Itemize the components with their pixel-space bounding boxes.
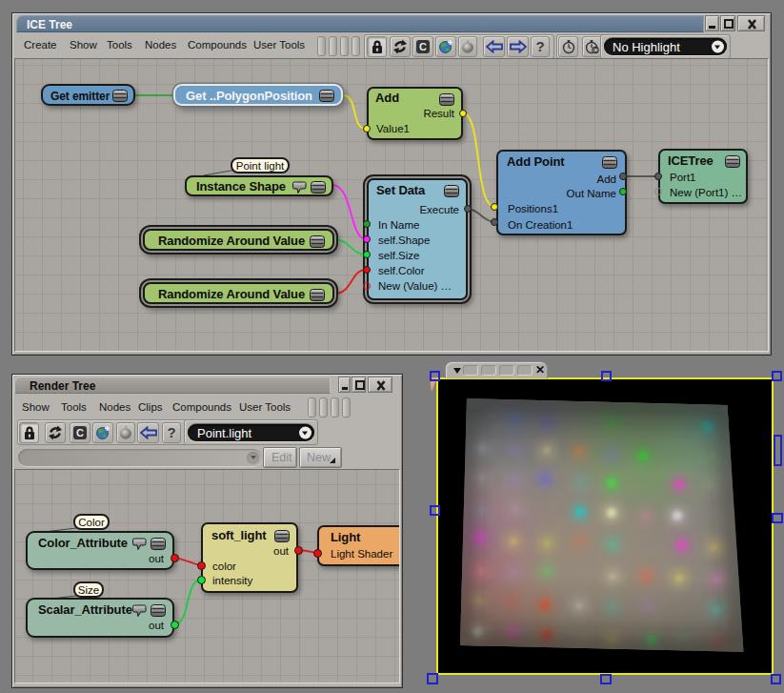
svg-text:C: C (593, 47, 597, 53)
svg-text:?: ? (535, 39, 544, 54)
svg-text:C: C (419, 41, 427, 52)
svg-text:C: C (76, 427, 84, 438)
svg-text:?: ? (167, 425, 175, 440)
